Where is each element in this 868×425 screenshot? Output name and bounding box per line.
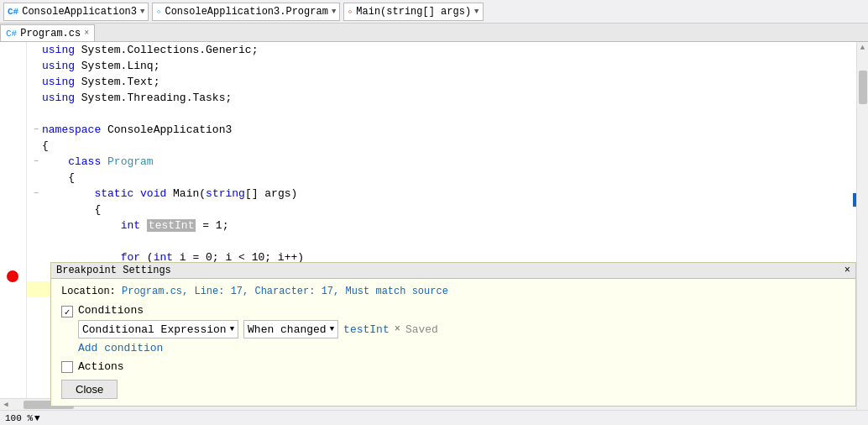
code-text (42, 233, 49, 249)
zoom-label: 100 % (5, 413, 33, 423)
code-text: { (42, 202, 101, 218)
class-dropdown-arrow: ▼ (332, 8, 336, 16)
method-icon: ⬦ (348, 7, 353, 16)
code-line: using System.Threading.Tasks; (27, 90, 856, 106)
fold-collapse-btn[interactable]: − (30, 156, 42, 168)
code-text: using System.Threading.Tasks; (42, 90, 232, 106)
fold-collapse-btn[interactable]: − (30, 188, 42, 200)
fold-btn (30, 236, 42, 248)
condition-type-dropdown[interactable]: Conditional Expression ▼ (78, 320, 238, 338)
fold-btn (30, 204, 42, 216)
actions-checkbox[interactable] (61, 361, 73, 373)
fold-btn (30, 252, 42, 264)
class-dropdown-label: ConsoleApplication3.Program (165, 6, 327, 18)
bp-panel-close-button[interactable]: × (844, 265, 850, 276)
project-dropdown[interactable]: C# ConsoleApplication3 ▼ (3, 3, 149, 21)
project-dropdown-label: ConsoleApplication3 (22, 6, 137, 18)
scrollbar-vertical[interactable]: ▲ (856, 42, 868, 425)
cs-icon: C# (8, 7, 18, 17)
code-line (27, 106, 856, 122)
fold-btn (30, 140, 42, 152)
tab-close-button[interactable]: × (84, 29, 89, 38)
bp-conditions-title: Conditions (78, 304, 438, 317)
condition-type-label: Conditional Expression (82, 323, 227, 336)
condition-mode-dropdown[interactable]: When changed ▼ (243, 320, 338, 338)
bp-conditions-section: Conditions Conditional Expression ▼ When… (61, 304, 845, 354)
bp-actions-section: Actions (61, 359, 845, 373)
scroll-left-arrow[interactable]: ◀ (0, 399, 12, 411)
code-line: int testInt = 1; (27, 218, 856, 233)
condition-type-arrow: ▼ (230, 325, 234, 333)
code-line (27, 233, 856, 249)
bp-location-value[interactable]: Program.cs, Line: 17, Character: 17, Mus… (122, 286, 448, 297)
scroll-up-arrow[interactable]: ▲ (857, 42, 869, 54)
code-text: using System.Linq; (42, 58, 159, 74)
fold-btn (30, 172, 42, 184)
condition-close-button[interactable]: × (395, 323, 400, 335)
code-line: { (27, 170, 856, 186)
code-text: { (42, 170, 75, 186)
code-line: { (27, 202, 856, 218)
add-condition-link[interactable]: Add condition (78, 342, 438, 354)
code-line: using System.Text; (27, 74, 856, 90)
code-text: using System.Collections.Generic; (42, 42, 258, 58)
bp-panel-body: Location: Program.cs, Line: 17, Characte… (51, 279, 855, 406)
bp-panel-header: Breakpoint Settings × (51, 263, 855, 279)
method-dropdown-arrow: ▼ (474, 8, 478, 16)
editor-container: using System.Collections.Generic; using … (0, 42, 868, 425)
fold-btn (30, 108, 42, 120)
fold-btn (30, 92, 42, 104)
fold-btn (30, 268, 42, 280)
zoom-control[interactable]: 100 % ▼ (5, 413, 40, 423)
bp-location: Location: Program.cs, Line: 17, Characte… (61, 286, 845, 297)
scroll-indicator (853, 193, 856, 207)
fold-btn (30, 76, 42, 88)
scroll-thumb[interactable] (859, 71, 867, 104)
conditions-checkbox[interactable] (61, 306, 73, 317)
fold-btn (30, 284, 42, 296)
breakpoint-settings-panel: Breakpoint Settings × Location: Program.… (50, 262, 856, 407)
gutter (0, 42, 27, 425)
condition-mode-arrow: ▼ (330, 325, 334, 333)
code-text: using System.Text; (42, 74, 159, 90)
method-dropdown[interactable]: ⬦ Main(string[] args) ▼ (343, 3, 483, 21)
class-dropdown[interactable]: ⬦ ConsoleApplication3.Program ▼ (152, 3, 340, 21)
code-line: { (27, 138, 856, 154)
bp-location-label: Location: (61, 286, 116, 297)
code-text: int testInt = 1; (42, 218, 228, 233)
bp-panel-title: Breakpoint Settings (56, 265, 171, 276)
code-text: { (42, 138, 49, 154)
project-dropdown-arrow: ▼ (140, 8, 144, 16)
bp-actions-title: Actions (78, 360, 124, 373)
zoom-dropdown-arrow[interactable]: ▼ (34, 413, 40, 423)
program-cs-tab[interactable]: C# Program.cs × (0, 24, 95, 41)
tab-bar: C# Program.cs × (0, 24, 868, 42)
code-line: − class Program (27, 154, 856, 170)
code-line: − namespace ConsoleApplication3 (27, 122, 856, 138)
bp-conditions-content: Conditions Conditional Expression ▼ When… (78, 304, 438, 354)
fold-btn (30, 220, 42, 232)
code-lines: using System.Collections.Generic; using … (27, 42, 856, 297)
condition-mode-label: When changed (248, 323, 327, 336)
status-bar: 100 % ▼ (0, 410, 868, 425)
class-icon: ⬦ (156, 7, 161, 16)
fold-btn (30, 45, 42, 56)
code-text (42, 106, 49, 122)
code-line: − static void Main(string[] args) (27, 186, 856, 202)
fold-btn (30, 60, 42, 72)
condition-saved-label: Saved (405, 323, 438, 336)
code-text: class Program (42, 154, 154, 170)
code-text: static void Main(string[] args) (42, 186, 297, 202)
tab-cs-icon: C# (6, 29, 17, 39)
method-dropdown-label: Main(string[] args) (356, 6, 471, 18)
tab-filename: Program.cs (20, 28, 81, 39)
condition-value: testInt (343, 323, 390, 336)
fold-collapse-btn[interactable]: − (30, 124, 42, 136)
code-line: using System.Linq; (27, 58, 856, 74)
bp-condition-row: Conditional Expression ▼ When changed ▼ … (78, 320, 438, 338)
breakpoint-dot[interactable] (7, 270, 18, 282)
code-line: using System.Collections.Generic; (27, 42, 856, 58)
toolbar: C# ConsoleApplication3 ▼ ⬦ ConsoleApplic… (0, 0, 868, 24)
code-text: namespace ConsoleApplication3 (42, 122, 232, 138)
bp-close-button[interactable]: Close (61, 380, 118, 399)
